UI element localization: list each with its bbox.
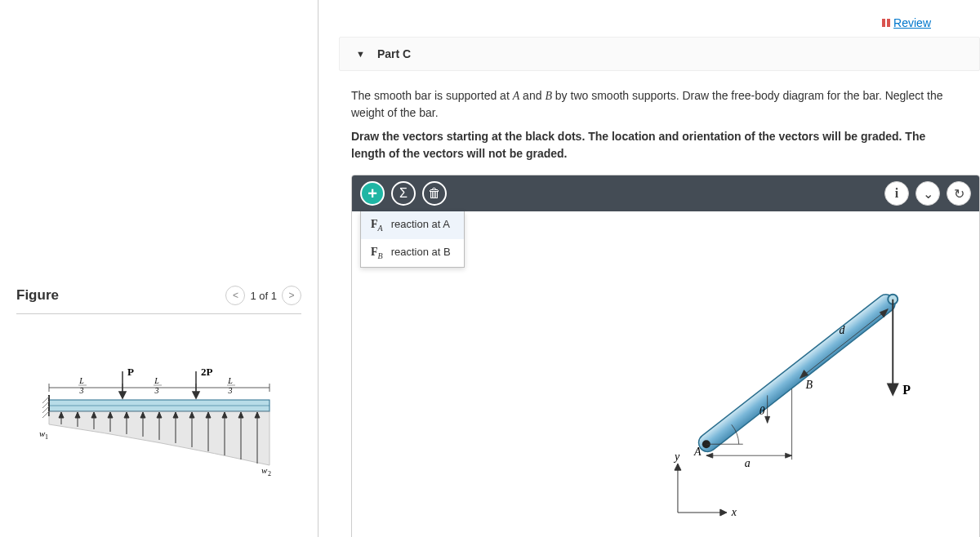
reset-button[interactable]: ↻ — [947, 181, 971, 206]
drawing-toolbar: + Σ 🗑 i ⌄ ↻ — [352, 175, 979, 211]
svg-text:P: P — [127, 366, 134, 378]
dropdown-item-fa[interactable]: FA reaction at A — [361, 211, 464, 239]
figure-title: Figure — [16, 287, 59, 304]
svg-marker-69 — [706, 453, 713, 458]
figure-counter: 1 of 1 — [250, 290, 277, 302]
svg-marker-38 — [119, 392, 126, 398]
dim-a-label: a — [745, 457, 751, 469]
vector-dropdown: FA reaction at A FB reaction at B — [360, 211, 465, 268]
dropdown-label: reaction at A — [391, 218, 450, 230]
svg-text:L: L — [78, 376, 84, 385]
point-b-label: B — [806, 379, 813, 391]
caret-down-icon: ▼ — [356, 49, 365, 59]
review-label: Review — [893, 16, 931, 29]
svg-marker-60 — [720, 509, 727, 516]
load-p-label: P — [902, 383, 911, 397]
chevron-down-button[interactable]: ⌄ — [915, 181, 940, 206]
svg-text:2: 2 — [268, 470, 271, 477]
svg-rect-63 — [695, 291, 898, 455]
figure-next-button[interactable]: > — [282, 286, 301, 305]
dropdown-label: reaction at B — [391, 246, 451, 258]
dim-d-label: d — [839, 324, 845, 336]
dropdown-item-fb[interactable]: FB reaction at B — [361, 239, 464, 267]
drawing-area[interactable]: + Σ 🗑 i ⌄ ↻ FA reaction at A FB reaction… — [351, 175, 980, 537]
svg-text:w: w — [261, 465, 268, 475]
problem-statement: The smooth bar is supported at A and B b… — [351, 87, 956, 162]
part-header[interactable]: ▼ Part C — [339, 37, 980, 71]
svg-text:3: 3 — [154, 386, 159, 395]
figure-prev-button[interactable]: < — [225, 286, 245, 305]
svg-marker-70 — [786, 453, 792, 458]
svg-marker-40 — [193, 392, 199, 398]
point-a-label: A — [693, 446, 702, 458]
sigma-button[interactable]: Σ — [391, 181, 416, 206]
figure-image: w 1 w 2 P 2P L — [33, 343, 286, 490]
part-label: Part C — [377, 47, 411, 60]
svg-marker-67 — [888, 384, 898, 394]
svg-marker-62 — [675, 464, 681, 470]
axis-x-label: x — [731, 506, 737, 518]
axis-y-label: y — [673, 450, 680, 463]
pause-icon — [882, 19, 890, 27]
svg-text:3: 3 — [79, 386, 84, 395]
svg-text:L: L — [154, 376, 159, 385]
svg-text:L: L — [227, 376, 233, 385]
delete-button[interactable]: 🗑 — [422, 181, 447, 206]
info-button[interactable]: i — [884, 181, 909, 206]
svg-text:3: 3 — [228, 386, 233, 395]
add-vector-button[interactable]: + — [360, 181, 385, 206]
review-link[interactable]: Review — [882, 16, 931, 29]
svg-line-72 — [800, 309, 889, 379]
svg-marker-77 — [765, 416, 770, 423]
svg-text:1: 1 — [45, 433, 48, 441]
svg-text:2P: 2P — [201, 366, 213, 378]
theta-label: θ — [760, 405, 765, 417]
figure-nav: < 1 of 1 > — [225, 286, 301, 305]
